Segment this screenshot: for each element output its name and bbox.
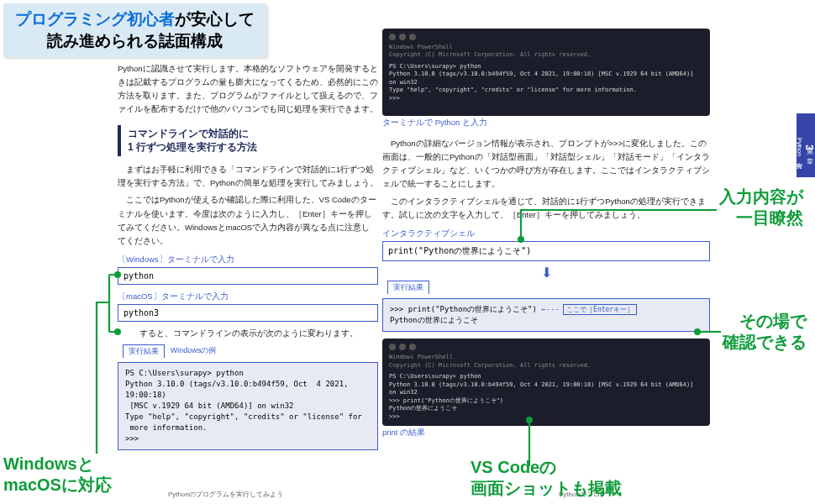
result-frame-right: >>> print("Pythonの世界にようこそ") ←---ここで［Ente… <box>382 298 710 333</box>
windows-code-box: python <box>118 267 378 285</box>
result-subtitle: Windowsの例 <box>171 346 217 354</box>
result-body-right: >>> print("Pythonの世界にようこそ") ←---ここで［Ente… <box>383 299 709 332</box>
left-para3: ここではPythonが使えるか確認した際に利用した、VS Codeのターミナルを… <box>118 193 378 248</box>
annot-win-mac: Windowsと macOSに対応 <box>3 454 112 496</box>
left-para2: まずはお手軽に利用できる「コマンドラインで対話的に1行ずつ処理を実行する方法」で… <box>118 163 378 190</box>
result-tab-right: 実行結果 <box>387 281 429 294</box>
macos-label: 〔macOS〕ターミナルで入力 <box>118 291 378 302</box>
result-body: PS C:\Users\surapy> python Python 3.10.0… <box>118 363 377 449</box>
left-footer: Pythonのプログラムを実行してみよう <box>168 490 283 499</box>
vscode-window-controls <box>389 344 703 350</box>
chapter-side-tab: 第 3 章 Python 実行 <box>797 113 815 177</box>
left-page: Pythonに認識させて実行します。本格的なソフトウェアを開発するときは記載する… <box>118 59 378 455</box>
caption-2: print の結果 <box>382 428 710 438</box>
left-para4: すると、コマンドラインの表示が次のように変わります。 <box>131 327 378 340</box>
annot-confirm-onspot: その場で 確認できる <box>723 311 807 353</box>
right-page: Windows PowerShellCopyright (C) Microsof… <box>382 25 710 447</box>
shell-label: インタラクティブシェル <box>382 228 710 239</box>
right-para2: このインタラクティブシェルを通じて、対話的に1行ずつPythonの処理が実行でき… <box>382 195 710 222</box>
vscode-screenshot-1: Windows PowerShellCopyright (C) Microsof… <box>382 29 710 116</box>
title-banner: プログラミング初心者が安心して 読み進められる誌面構成 <box>3 3 266 57</box>
title-highlight: プログラミング初心者 <box>15 10 175 28</box>
left-para1: Pythonに認識させて実行します。本格的なソフトウェアを開発するときは記載する… <box>118 62 378 117</box>
down-arrow-icon: ⬇ <box>382 266 710 280</box>
result-block: 実行結果 Windowsの例 PS C:\Users\surapy> pytho… <box>118 344 378 450</box>
vscode-window-controls <box>389 34 703 40</box>
macos-code-box: python3 <box>118 304 378 322</box>
enter-key-note: ここで［Enterキー］ <box>563 304 637 316</box>
vscode-screenshot-2: Windows PowerShellCopyright (C) Microsof… <box>382 339 710 426</box>
windows-label: 〔Windows〕ターミナルで入力 <box>118 255 378 265</box>
right-para1: Pythonの詳細なバージョン情報が表示され、プロンプトが>>>に変化しました。… <box>382 137 710 192</box>
section-heading: コマンドラインで対話的に 1 行ずつ処理を実行する方法 <box>118 125 378 157</box>
annot-input-visible: 入力内容が 一目瞭然 <box>719 186 803 228</box>
result-tab: 実行結果 <box>123 344 165 358</box>
annot-vscode-shot: VS Codeの 画面ショットも掲載 <box>471 457 622 499</box>
shell-code-box: print("Pythonの世界にようこそ") <box>382 241 710 261</box>
title-line2: 読み進められる誌面構成 <box>15 30 255 52</box>
caption-1: ターミナルで Python と入力 <box>382 118 710 129</box>
